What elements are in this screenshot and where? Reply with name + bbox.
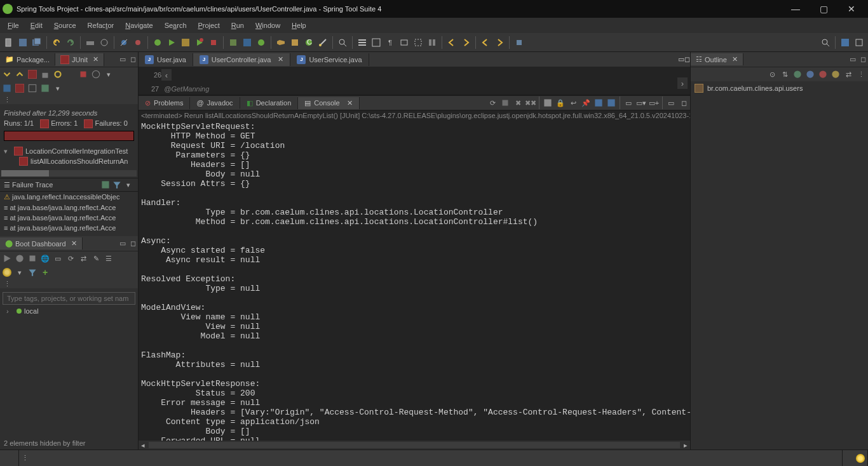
redo-icon[interactable] [64, 36, 77, 49]
save-icon[interactable] [17, 36, 29, 49]
boot-local-node[interactable]: › local [3, 305, 135, 317]
console-pin-icon[interactable]: 📌 [580, 97, 592, 109]
trace-row[interactable]: ≡ at java.base/java.lang.reflect.Acce [0, 203, 138, 213]
minimize-editor-icon[interactable]: ▭ [678, 55, 684, 63]
start-icon[interactable] [1, 253, 13, 264]
new-java-project-icon[interactable] [241, 36, 254, 49]
minimize-button[interactable]: — [782, 0, 810, 18]
open-type-icon[interactable] [98, 36, 111, 49]
perspective-switch-icon[interactable] [853, 36, 865, 49]
back-icon[interactable] [445, 36, 458, 49]
stop-icon[interactable] [207, 36, 220, 49]
bulb-icon[interactable] [1, 267, 13, 278]
tab-package-explorer[interactable]: 📁 Package... [0, 53, 55, 65]
junit-tree-child[interactable]: listAllLocationsShouldReturnAn [4, 156, 134, 166]
tab-boot-dashboard[interactable]: ⬤ Boot Dashboard ✕ [0, 237, 83, 250]
filter-trace-icon[interactable] [111, 179, 123, 190]
maximize-view-icon[interactable]: ◻ [678, 97, 689, 109]
status-overflow-icon[interactable]: ⋮ [22, 454, 29, 462]
overflow-icon[interactable]: ⋮ [1, 94, 13, 105]
toggle-breakpoint-icon[interactable] [132, 36, 144, 49]
hide-local-icon[interactable] [830, 69, 841, 80]
skip-breakpoints-icon[interactable] [118, 36, 130, 49]
stop-junit-icon[interactable] [78, 69, 89, 80]
hide-nonpublic-icon[interactable] [817, 69, 829, 80]
compare-icon[interactable] [100, 179, 111, 190]
toggle-word-wrap-icon[interactable] [398, 36, 410, 49]
scroll-lock-icon[interactable] [39, 69, 51, 80]
tip-icon[interactable] [856, 454, 865, 463]
menu-navigate[interactable]: Navigate [120, 20, 158, 31]
open-task-icon[interactable] [275, 36, 287, 49]
console-clear-icon[interactable] [542, 97, 553, 109]
maximize-button[interactable]: ▢ [810, 0, 837, 18]
trace-row[interactable]: ⚠ java.lang.reflect.InaccessibleObjec [0, 192, 138, 203]
junit-tree-root[interactable]: ▾ LocationControllerIntegrationTest [4, 146, 134, 156]
tools-icon[interactable] [255, 36, 268, 49]
open-browser-icon[interactable]: 🌐 [39, 253, 51, 264]
menu-help[interactable]: Help [287, 20, 311, 31]
expand-icon[interactable] [14, 83, 25, 94]
outline-tool-icon[interactable] [356, 36, 369, 49]
minimize-view-icon[interactable]: ▭ [848, 55, 858, 65]
console-display-icon[interactable]: ▭ [623, 97, 634, 109]
perspective-java-icon[interactable] [839, 36, 851, 49]
tab-console[interactable]: ▤Console✕ [298, 97, 359, 109]
new-icon[interactable] [3, 36, 15, 49]
coverage-icon[interactable] [179, 36, 192, 49]
menu-window[interactable]: Window [250, 20, 285, 31]
console-output[interactable]: MockHttpServletRequest: HTTP Method = GE… [139, 121, 690, 441]
rerun-failed-icon[interactable] [65, 69, 76, 80]
add-boot-icon[interactable]: + [39, 267, 51, 278]
tab-junit[interactable]: JUnit ✕ [55, 53, 104, 66]
console-new-icon[interactable]: ▭+ [648, 97, 660, 109]
close-tab-icon[interactable]: ✕ [93, 55, 98, 63]
new-class-icon[interactable]: C [302, 36, 315, 49]
open-console-icon[interactable]: ▭ [52, 253, 64, 264]
menu-refactor[interactable]: Refactor [83, 20, 119, 31]
link-boot-icon[interactable]: ⇄ [78, 253, 89, 264]
console-hscroll[interactable]: ◂▸ [139, 441, 690, 449]
stop-boot-icon[interactable] [27, 253, 38, 264]
forward-icon[interactable] [459, 36, 472, 49]
menu-search[interactable]: Search [159, 20, 192, 31]
build-icon[interactable] [84, 36, 97, 49]
console-remove-all-icon[interactable]: ✖✖ [525, 97, 536, 109]
console-showstd-icon[interactable] [593, 97, 604, 109]
close-tab-icon[interactable]: ✕ [347, 99, 353, 107]
editor-scroll-left-icon[interactable]: ‹ [161, 69, 172, 81]
trace-row[interactable]: ≡ at java.base/java.lang.reflect.Acce [0, 223, 138, 233]
tab-javadoc[interactable]: @Javadoc [190, 97, 240, 109]
show-annotations-icon[interactable] [426, 36, 438, 49]
minimize-view-icon[interactable]: ▭ [118, 55, 128, 65]
next-failure-icon[interactable] [1, 69, 13, 80]
editor-scroll-right-icon[interactable]: › [677, 77, 688, 89]
undo-icon[interactable] [50, 36, 63, 49]
hide-static-icon[interactable] [804, 69, 816, 80]
task-list-icon[interactable] [370, 36, 383, 49]
close-tab-icon[interactable]: ✕ [732, 55, 738, 63]
relaunch-icon[interactable] [193, 36, 206, 49]
console-open-icon[interactable]: ▭▾ [635, 97, 647, 109]
editor-tab-usercontroller[interactable]: JUserController.java✕ [193, 53, 291, 66]
new-pkg-icon[interactable] [288, 36, 301, 49]
boot-filter-input[interactable] [3, 292, 135, 305]
quick-access-icon[interactable] [819, 36, 832, 49]
boot-list-icon[interactable]: ☰ [103, 253, 114, 264]
menu-source[interactable]: Source [49, 20, 81, 31]
console-wordwrap-icon[interactable]: ↩ [567, 97, 579, 109]
maximize-editor-icon[interactable]: ◻ [684, 55, 690, 63]
menu-edit[interactable]: Edit [25, 20, 48, 31]
pin-editor-icon[interactable] [513, 36, 526, 49]
sort-icon[interactable]: ⇅ [779, 69, 790, 80]
minimize-view-icon[interactable]: ▭ [118, 239, 128, 249]
new-wizard-icon[interactable] [316, 36, 329, 49]
rerun-test-icon[interactable] [52, 69, 64, 80]
tab-problems[interactable]: ⊘Problems [139, 97, 190, 109]
focus-icon[interactable]: ⊙ [766, 69, 778, 80]
show-failures-icon[interactable] [27, 69, 38, 80]
close-tab-icon[interactable]: ✕ [71, 239, 77, 248]
run-icon[interactable] [165, 36, 178, 49]
prev-failure-icon[interactable] [14, 69, 25, 80]
toggle-block-selection-icon[interactable] [412, 36, 424, 49]
